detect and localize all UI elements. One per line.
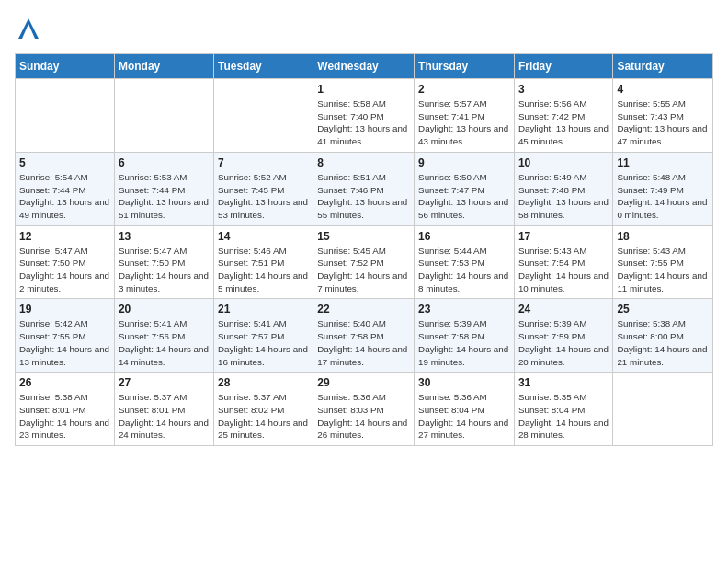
day-info: Sunrise: 5:39 AM Sunset: 7:58 PM Dayligh… <box>418 317 510 368</box>
day-info: Sunrise: 5:36 AM Sunset: 8:03 PM Dayligh… <box>317 391 410 442</box>
day-info: Sunrise: 5:55 AM Sunset: 7:43 PM Dayligh… <box>617 98 709 148</box>
weekday-header-cell: Tuesday <box>213 54 313 79</box>
calendar-week-row: 12Sunrise: 5:47 AM Sunset: 7:50 PM Dayli… <box>16 225 713 299</box>
day-info: Sunrise: 5:38 AM Sunset: 8:01 PM Dayligh… <box>19 391 110 442</box>
day-number: 22 <box>317 303 410 316</box>
weekday-header-cell: Sunday <box>16 54 115 79</box>
day-number: 19 <box>19 303 110 316</box>
day-number: 9 <box>418 156 510 169</box>
calendar-day-cell <box>613 373 713 446</box>
day-number: 7 <box>218 156 309 169</box>
day-number: 8 <box>317 156 410 169</box>
calendar-day-cell <box>16 79 115 153</box>
day-info: Sunrise: 5:47 AM Sunset: 7:50 PM Dayligh… <box>119 245 210 295</box>
day-info: Sunrise: 5:48 AM Sunset: 7:49 PM Dayligh… <box>617 171 709 222</box>
day-number: 27 <box>119 376 210 389</box>
calendar-day-cell <box>114 79 213 153</box>
weekday-header-cell: Saturday <box>613 54 713 79</box>
calendar-day-cell: 9Sunrise: 5:50 AM Sunset: 7:47 PM Daylig… <box>415 152 515 225</box>
day-number: 6 <box>119 156 210 169</box>
day-info: Sunrise: 5:43 AM Sunset: 7:55 PM Dayligh… <box>617 245 709 295</box>
day-number: 24 <box>518 303 609 316</box>
day-info: Sunrise: 5:52 AM Sunset: 7:45 PM Dayligh… <box>218 171 309 222</box>
weekday-header-cell: Wednesday <box>313 54 415 79</box>
day-number: 12 <box>19 230 110 243</box>
day-number: 17 <box>518 230 609 243</box>
day-info: Sunrise: 5:38 AM Sunset: 8:00 PM Dayligh… <box>617 317 709 368</box>
day-info: Sunrise: 5:56 AM Sunset: 7:42 PM Dayligh… <box>518 98 609 148</box>
calendar-day-cell: 24Sunrise: 5:39 AM Sunset: 7:59 PM Dayli… <box>514 299 612 373</box>
weekday-header-cell: Thursday <box>415 54 515 79</box>
day-info: Sunrise: 5:42 AM Sunset: 7:55 PM Dayligh… <box>19 317 110 368</box>
day-number: 31 <box>518 376 609 389</box>
calendar-day-cell: 12Sunrise: 5:47 AM Sunset: 7:50 PM Dayli… <box>16 225 115 299</box>
weekday-header-cell: Monday <box>114 54 213 79</box>
calendar-day-cell <box>213 79 313 153</box>
day-info: Sunrise: 5:49 AM Sunset: 7:48 PM Dayligh… <box>518 171 609 222</box>
calendar-day-cell: 16Sunrise: 5:44 AM Sunset: 7:53 PM Dayli… <box>415 225 515 299</box>
calendar-day-cell: 25Sunrise: 5:38 AM Sunset: 8:00 PM Dayli… <box>613 299 713 373</box>
day-info: Sunrise: 5:58 AM Sunset: 7:40 PM Dayligh… <box>317 98 410 148</box>
calendar-day-cell: 28Sunrise: 5:37 AM Sunset: 8:02 PM Dayli… <box>213 373 313 446</box>
day-number: 10 <box>518 156 609 169</box>
calendar-week-row: 19Sunrise: 5:42 AM Sunset: 7:55 PM Dayli… <box>16 299 713 373</box>
calendar-day-cell: 20Sunrise: 5:41 AM Sunset: 7:56 PM Dayli… <box>114 299 213 373</box>
day-info: Sunrise: 5:54 AM Sunset: 7:44 PM Dayligh… <box>19 171 110 222</box>
calendar-day-cell: 2Sunrise: 5:57 AM Sunset: 7:41 PM Daylig… <box>415 79 515 153</box>
calendar-day-cell: 30Sunrise: 5:36 AM Sunset: 8:04 PM Dayli… <box>415 373 515 446</box>
calendar-day-cell: 23Sunrise: 5:39 AM Sunset: 7:58 PM Dayli… <box>415 299 515 373</box>
day-number: 15 <box>317 230 410 243</box>
day-info: Sunrise: 5:47 AM Sunset: 7:50 PM Dayligh… <box>19 245 110 295</box>
day-info: Sunrise: 5:35 AM Sunset: 8:04 PM Dayligh… <box>518 391 609 442</box>
calendar-day-cell: 26Sunrise: 5:38 AM Sunset: 8:01 PM Dayli… <box>16 373 115 446</box>
day-info: Sunrise: 5:40 AM Sunset: 7:58 PM Dayligh… <box>317 317 410 368</box>
logo <box>15 15 46 42</box>
day-info: Sunrise: 5:53 AM Sunset: 7:44 PM Dayligh… <box>119 171 210 222</box>
calendar-day-cell: 4Sunrise: 5:55 AM Sunset: 7:43 PM Daylig… <box>613 79 713 153</box>
day-number: 2 <box>418 83 510 96</box>
day-number: 5 <box>19 156 110 169</box>
calendar-week-row: 1Sunrise: 5:58 AM Sunset: 7:40 PM Daylig… <box>16 79 713 153</box>
day-info: Sunrise: 5:41 AM Sunset: 7:57 PM Dayligh… <box>218 317 309 368</box>
day-info: Sunrise: 5:51 AM Sunset: 7:46 PM Dayligh… <box>317 171 410 222</box>
calendar-day-cell: 1Sunrise: 5:58 AM Sunset: 7:40 PM Daylig… <box>313 79 415 153</box>
calendar-day-cell: 19Sunrise: 5:42 AM Sunset: 7:55 PM Dayli… <box>16 299 115 373</box>
calendar-day-cell: 13Sunrise: 5:47 AM Sunset: 7:50 PM Dayli… <box>114 225 213 299</box>
calendar-day-cell: 18Sunrise: 5:43 AM Sunset: 7:55 PM Dayli… <box>613 225 713 299</box>
calendar-table: SundayMondayTuesdayWednesdayThursdayFrid… <box>15 53 713 446</box>
calendar-body: 1Sunrise: 5:58 AM Sunset: 7:40 PM Daylig… <box>16 79 713 446</box>
calendar-day-cell: 5Sunrise: 5:54 AM Sunset: 7:44 PM Daylig… <box>16 152 115 225</box>
day-info: Sunrise: 5:45 AM Sunset: 7:52 PM Dayligh… <box>317 245 410 295</box>
day-number: 26 <box>19 376 110 389</box>
day-number: 18 <box>617 230 709 243</box>
day-info: Sunrise: 5:41 AM Sunset: 7:56 PM Dayligh… <box>119 317 210 368</box>
calendar-day-cell: 27Sunrise: 5:37 AM Sunset: 8:01 PM Dayli… <box>114 373 213 446</box>
day-number: 16 <box>418 230 510 243</box>
calendar-day-cell: 29Sunrise: 5:36 AM Sunset: 8:03 PM Dayli… <box>313 373 415 446</box>
logo-icon <box>15 15 42 42</box>
weekday-header-row: SundayMondayTuesdayWednesdayThursdayFrid… <box>16 54 713 79</box>
day-number: 23 <box>418 303 510 316</box>
day-info: Sunrise: 5:37 AM Sunset: 8:02 PM Dayligh… <box>218 391 309 442</box>
calendar-day-cell: 17Sunrise: 5:43 AM Sunset: 7:54 PM Dayli… <box>514 225 612 299</box>
calendar-day-cell: 22Sunrise: 5:40 AM Sunset: 7:58 PM Dayli… <box>313 299 415 373</box>
day-info: Sunrise: 5:44 AM Sunset: 7:53 PM Dayligh… <box>418 245 510 295</box>
calendar-day-cell: 6Sunrise: 5:53 AM Sunset: 7:44 PM Daylig… <box>114 152 213 225</box>
calendar-day-cell: 21Sunrise: 5:41 AM Sunset: 7:57 PM Dayli… <box>213 299 313 373</box>
calendar-day-cell: 7Sunrise: 5:52 AM Sunset: 7:45 PM Daylig… <box>213 152 313 225</box>
day-number: 4 <box>617 83 709 96</box>
day-number: 13 <box>119 230 210 243</box>
day-info: Sunrise: 5:43 AM Sunset: 7:54 PM Dayligh… <box>518 245 609 295</box>
day-info: Sunrise: 5:36 AM Sunset: 8:04 PM Dayligh… <box>418 391 510 442</box>
calendar-day-cell: 11Sunrise: 5:48 AM Sunset: 7:49 PM Dayli… <box>613 152 713 225</box>
day-number: 14 <box>218 230 309 243</box>
day-number: 20 <box>119 303 210 316</box>
day-info: Sunrise: 5:37 AM Sunset: 8:01 PM Dayligh… <box>119 391 210 442</box>
day-number: 1 <box>317 83 410 96</box>
day-number: 30 <box>418 376 510 389</box>
day-number: 29 <box>317 376 410 389</box>
calendar-day-cell: 14Sunrise: 5:46 AM Sunset: 7:51 PM Dayli… <box>213 225 313 299</box>
day-number: 28 <box>218 376 309 389</box>
page-header <box>15 15 713 42</box>
calendar-day-cell: 31Sunrise: 5:35 AM Sunset: 8:04 PM Dayli… <box>514 373 612 446</box>
